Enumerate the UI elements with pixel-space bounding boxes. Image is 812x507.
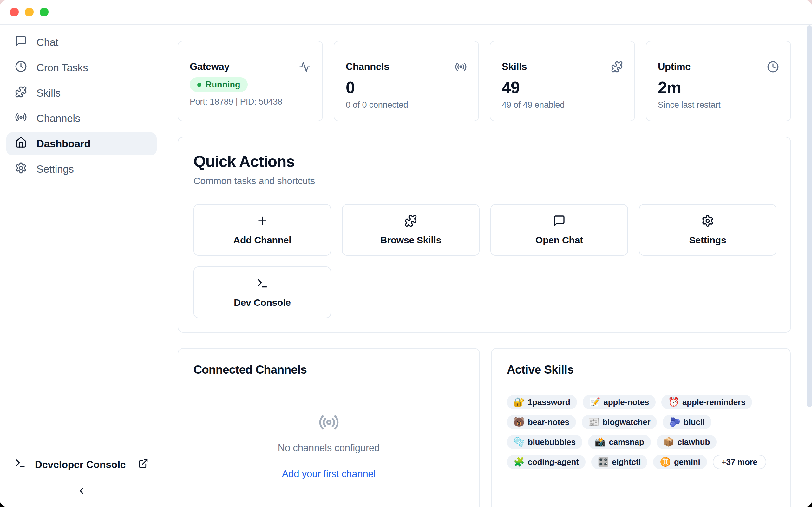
zoom-window-button[interactable]: [40, 8, 49, 16]
stat-title: Skills: [502, 61, 527, 72]
stat-card-gateway: GatewayRunningPort: 18789 | PID: 50438: [177, 41, 323, 121]
puzzle-icon: [611, 61, 623, 73]
minimize-window-button[interactable]: [25, 8, 34, 16]
sidebar-item-settings[interactable]: Settings: [6, 158, 157, 181]
chat-icon: [15, 35, 27, 50]
skill-chip-gemini: ♊gemini: [653, 455, 707, 469]
stat-value: 0: [346, 78, 467, 97]
status-badge: Running: [190, 77, 248, 92]
sidebar-footer: Developer Console: [6, 454, 157, 498]
stats-row: GatewayRunningPort: 18789 | PID: 50438Ch…: [177, 41, 812, 121]
skill-name: bear-notes: [528, 417, 569, 427]
skill-chip-apple-notes: 📝apple-notes: [583, 395, 656, 409]
sidebar-item-chat[interactable]: Chat: [6, 31, 157, 54]
quick-action-dev-console[interactable]: Dev Console: [194, 267, 331, 318]
external-link-icon: [138, 458, 148, 471]
developer-console-label: Developer Console: [35, 459, 125, 470]
stat-detail: 49 of 49 enabled: [502, 100, 623, 110]
skill-emoji-icon: 🧩: [513, 458, 525, 466]
channels-empty-state: No channels configured Add your first ch…: [194, 377, 464, 480]
puzzle-icon: [15, 86, 27, 101]
sidebar-item-cron-tasks[interactable]: Cron Tasks: [6, 56, 157, 79]
quick-action-add-channel[interactable]: Add Channel: [194, 204, 331, 256]
window-titlebar: [0, 0, 812, 25]
quick-action-label: Browse Skills: [380, 235, 442, 245]
skill-name: apple-notes: [604, 397, 649, 407]
activity-icon: [299, 61, 311, 73]
skill-chip-eightctl: 🎛️eightctl: [591, 455, 648, 469]
skill-name: clawhub: [677, 437, 710, 447]
quick-actions-grid: Add ChannelBrowse SkillsOpen ChatSetting…: [194, 204, 775, 318]
quick-action-open-chat[interactable]: Open Chat: [490, 204, 628, 256]
stat-value: 2m: [658, 78, 779, 97]
skill-name: camsnap: [609, 437, 644, 447]
sidebar-item-channels[interactable]: Channels: [6, 107, 157, 130]
app-window: ChatCron TasksSkillsChannelsDashboardSet…: [0, 0, 812, 507]
skill-name: apple-reminders: [682, 397, 745, 407]
skill-name: bluebubbles: [528, 437, 576, 447]
plus-icon: [256, 215, 269, 229]
sidebar-item-dashboard[interactable]: Dashboard: [6, 132, 157, 155]
skill-chip-blucli: 🫐blucli: [663, 415, 711, 429]
terminal-icon: [14, 458, 26, 471]
skill-name: coding-agent: [528, 457, 579, 467]
skill-chip-bluebubbles: 🫧bluebubbles: [507, 435, 582, 449]
stat-card-skills: Skills4949 of 49 enabled: [490, 41, 635, 121]
skill-emoji-icon: 🫐: [669, 418, 680, 427]
add-first-channel-link[interactable]: Add your first channel: [282, 468, 375, 480]
close-window-button[interactable]: [10, 8, 19, 16]
skill-name: blogwatcher: [602, 417, 650, 427]
scrollbar-thumb[interactable]: [807, 25, 812, 407]
quick-action-label: Add Channel: [234, 235, 292, 245]
gear-icon: [15, 162, 27, 176]
clock-icon: [15, 60, 27, 75]
skill-emoji-icon: 🫧: [513, 438, 525, 447]
skill-emoji-icon: 📝: [589, 398, 600, 406]
radio-icon: [15, 111, 27, 126]
skill-name: 1password: [528, 397, 570, 407]
stat-detail: Port: 18789 | PID: 50438: [190, 97, 311, 107]
connected-channels-title: Connected Channels: [194, 363, 464, 377]
quick-action-browse-skills[interactable]: Browse Skills: [342, 204, 479, 256]
stat-card-uptime: Uptime2mSince last restart: [646, 41, 791, 121]
sidebar-item-skills[interactable]: Skills: [6, 82, 157, 105]
skill-emoji-icon: 📸: [595, 438, 606, 447]
puzzle-icon: [404, 215, 417, 229]
skill-emoji-icon: 📰: [589, 418, 600, 427]
chevron-left-icon: [76, 486, 87, 498]
sidebar-item-label: Chat: [37, 37, 58, 49]
sidebar-item-label: Settings: [37, 163, 74, 175]
sidebar-nav: ChatCron TasksSkillsChannelsDashboardSet…: [6, 31, 157, 183]
home-icon: [15, 136, 27, 151]
skill-emoji-icon: 🎛️: [598, 458, 609, 466]
connected-channels-card: Connected Channels No channels configure…: [177, 348, 480, 507]
active-skills-title: Active Skills: [507, 363, 775, 377]
skill-chip-camsnap: 📸camsnap: [588, 435, 651, 449]
stat-title: Gateway: [190, 61, 229, 72]
channels-empty-message: No channels configured: [278, 442, 380, 454]
sidebar-item-label: Skills: [37, 87, 61, 99]
quick-action-label: Dev Console: [234, 297, 291, 308]
skill-name: eightctl: [612, 457, 641, 467]
app-body: ChatCron TasksSkillsChannelsDashboardSet…: [0, 25, 812, 507]
status-dot-icon: [197, 83, 201, 87]
stat-title: Channels: [346, 61, 389, 72]
developer-console-button[interactable]: Developer Console: [6, 454, 157, 475]
chat-icon: [553, 215, 565, 229]
skill-emoji-icon: 🐻: [513, 418, 525, 427]
sidebar-item-label: Cron Tasks: [37, 62, 88, 74]
sidebar: ChatCron TasksSkillsChannelsDashboardSet…: [0, 25, 162, 507]
skill-chip-clawhub: 📦clawhub: [657, 435, 716, 449]
collapse-sidebar-button[interactable]: [6, 475, 157, 498]
skills-chip-list: 🔐1password📝apple-notes⏰apple-reminders🐻b…: [507, 395, 775, 469]
quick-actions-subtitle: Common tasks and shortcuts: [194, 176, 775, 186]
skill-name: blucli: [683, 417, 705, 427]
active-skills-card: Active Skills 🔐1password📝apple-notes⏰app…: [491, 348, 791, 507]
terminal-icon: [256, 277, 269, 292]
quick-actions-title: Quick Actions: [194, 153, 775, 171]
skills-more-button[interactable]: +37 more: [713, 455, 766, 469]
stat-title: Uptime: [658, 61, 691, 72]
stat-value: 49: [502, 78, 623, 97]
quick-action-settings[interactable]: Settings: [639, 204, 776, 256]
radio-icon: [455, 61, 467, 73]
